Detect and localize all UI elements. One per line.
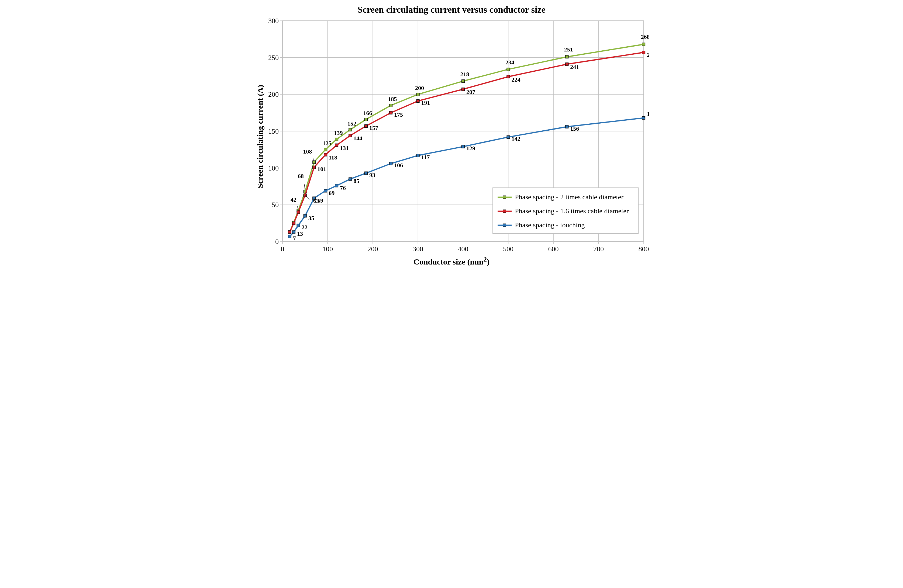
data-label: 241 xyxy=(570,64,579,70)
data-label: 101 xyxy=(317,166,326,172)
data-marker xyxy=(417,99,419,102)
chart-title: Screen circulating current versus conduc… xyxy=(357,5,545,15)
legend-entry: Phase spacing - touching xyxy=(515,221,585,229)
data-marker xyxy=(507,68,510,71)
data-label: 69 xyxy=(329,190,335,196)
data-marker xyxy=(324,148,327,151)
y-tick-label: 100 xyxy=(268,164,279,172)
data-label: 13 xyxy=(297,230,303,237)
data-label: 234 xyxy=(505,59,514,66)
data-marker xyxy=(462,80,465,83)
data-marker xyxy=(365,124,367,127)
data-label: 68 xyxy=(298,172,304,179)
chart-container: Screen circulating current versus conduc… xyxy=(0,0,903,268)
data-marker xyxy=(462,145,465,148)
y-tick-label: 200 xyxy=(268,91,279,98)
data-marker xyxy=(566,55,568,58)
data-label: 131 xyxy=(340,145,349,151)
x-tick-label: 0 xyxy=(281,245,285,253)
data-label: 85 xyxy=(353,177,359,184)
data-marker xyxy=(349,134,352,137)
data-marker xyxy=(642,43,645,46)
data-label: 108 xyxy=(303,148,312,155)
data-marker xyxy=(417,93,419,96)
x-tick-label: 800 xyxy=(639,245,649,253)
data-label: 144 xyxy=(353,135,362,142)
data-label: 7 xyxy=(293,235,296,241)
data-label: 191 xyxy=(421,99,430,106)
data-label: 156 xyxy=(570,125,579,132)
data-label: 35 xyxy=(308,215,314,221)
data-marker xyxy=(566,63,568,66)
data-marker xyxy=(507,135,510,138)
data-label: 76 xyxy=(340,185,346,191)
x-axis-label: Conductor size (mm2) xyxy=(414,256,489,267)
svg-rect-35 xyxy=(503,196,506,199)
data-marker xyxy=(365,172,367,174)
data-marker xyxy=(566,125,568,128)
chart-body: Screen circulating current (A) 010020030… xyxy=(254,18,649,255)
data-marker xyxy=(324,189,327,192)
svg-rect-37 xyxy=(503,210,506,213)
data-marker xyxy=(304,215,307,217)
y-axis-label: Screen circulating current (A) xyxy=(254,85,266,188)
data-marker xyxy=(335,184,338,187)
data-marker xyxy=(365,118,367,121)
chart-plot-area: 0100200300400500600700800050100150200250… xyxy=(266,18,649,255)
x-tick-label: 600 xyxy=(548,245,559,253)
data-label: 93 xyxy=(369,172,375,178)
data-label: 257 xyxy=(647,52,649,58)
data-marker xyxy=(507,75,510,78)
data-label: 218 xyxy=(460,71,469,78)
x-axis-label-text: Conductor size (mm2) xyxy=(414,257,489,266)
data-label: 166 xyxy=(363,110,372,116)
data-marker xyxy=(288,230,291,234)
data-marker xyxy=(288,235,291,238)
data-label: 117 xyxy=(421,154,430,160)
legend: Phase spacing - 2 times cable diameterPh… xyxy=(493,188,638,234)
data-label: 142 xyxy=(511,135,521,142)
data-label: 200 xyxy=(415,85,424,91)
data-marker xyxy=(349,177,352,180)
data-label: 157 xyxy=(369,124,378,131)
data-marker xyxy=(335,138,338,141)
data-label: 152 xyxy=(348,120,356,127)
data-label: 207 xyxy=(466,89,475,96)
data-marker xyxy=(642,51,645,54)
data-marker xyxy=(417,154,419,157)
legend-entry: Phase spacing - 2 times cable diameter xyxy=(515,193,623,201)
svg-rect-39 xyxy=(503,224,506,227)
data-label: 251 xyxy=(564,46,573,53)
leader-line xyxy=(305,195,310,199)
y-tick-label: 150 xyxy=(268,127,279,135)
data-marker xyxy=(335,144,338,147)
data-label: 42 xyxy=(291,196,296,203)
data-marker xyxy=(292,222,295,225)
x-tick-label: 700 xyxy=(593,245,604,253)
y-tick-label: 300 xyxy=(268,18,279,25)
data-marker xyxy=(313,166,316,169)
y-tick-label: 0 xyxy=(275,238,279,246)
y-tick-label: 50 xyxy=(272,201,279,209)
data-label: 268 xyxy=(641,33,649,40)
data-label: 168 xyxy=(647,110,649,117)
data-label: 22 xyxy=(302,224,308,230)
data-label: 59 xyxy=(317,197,323,204)
data-label: 185 xyxy=(388,96,397,102)
y-tick-label: 250 xyxy=(268,54,279,62)
data-label: 224 xyxy=(511,76,521,83)
data-marker xyxy=(297,224,300,227)
data-marker xyxy=(390,162,392,165)
data-marker xyxy=(292,230,295,234)
data-marker xyxy=(349,128,352,131)
data-label: 175 xyxy=(394,111,403,118)
data-marker xyxy=(390,104,392,107)
data-label: 125 xyxy=(322,140,332,147)
x-tick-label: 500 xyxy=(503,245,513,253)
x-tick-label: 300 xyxy=(413,245,423,253)
data-label: 106 xyxy=(394,162,403,169)
data-marker xyxy=(462,88,465,91)
data-label: 139 xyxy=(334,130,343,136)
data-marker xyxy=(324,153,327,156)
data-label: 129 xyxy=(466,145,475,152)
